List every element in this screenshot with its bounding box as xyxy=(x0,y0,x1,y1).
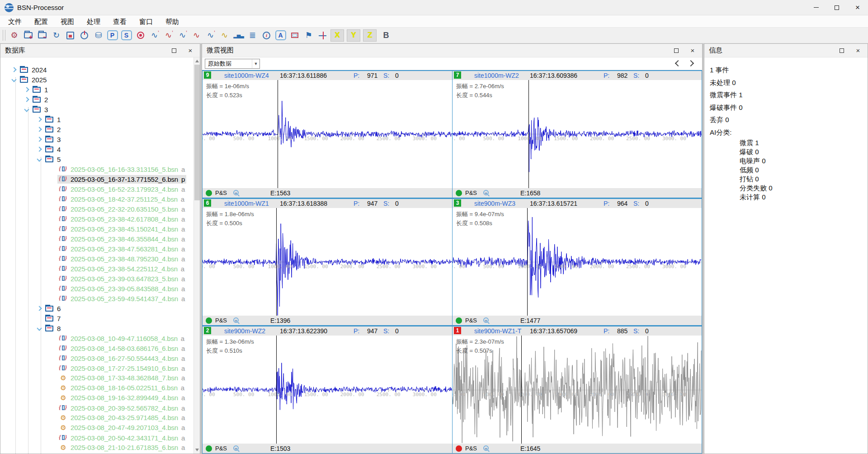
chevron-right-icon[interactable] xyxy=(36,305,42,312)
add-folder-icon[interactable] xyxy=(22,29,34,42)
tree-file-row[interactable]: 2025-03-05_23-38-54.225112_4.bsna xyxy=(0,264,193,274)
chevron-right-icon[interactable] xyxy=(10,66,17,73)
file-entry[interactable]: ⚙2025-03-08_21-10-21.671835_6.bsna xyxy=(57,443,186,452)
tree-file-row[interactable]: 2025-03-05_16-16-33.313156_5.bsna xyxy=(0,164,193,174)
zoom-in-icon[interactable]: + xyxy=(483,317,489,323)
annotate-icon[interactable]: A xyxy=(274,29,287,42)
refresh-icon[interactable]: ↻ xyxy=(50,29,62,42)
chevron-right-icon[interactable] xyxy=(23,96,29,103)
file-entry[interactable]: 2025-03-05_23-38-46.355844_4.bsna xyxy=(57,235,186,243)
chevron-down-icon[interactable] xyxy=(36,325,42,331)
database-scrollbar[interactable] xyxy=(193,57,200,454)
tree-file-row[interactable]: 2025-03-05_23-38-48.795230_4.bsna xyxy=(0,254,193,264)
file-entry[interactable]: 2025-03-05_23-59-49.541437_4.bsna xyxy=(57,294,186,303)
zoom-in-icon[interactable]: + xyxy=(233,445,239,451)
tree-file-row[interactable]: 2025-03-08_20-50-42.343171_4.bsna xyxy=(0,433,193,443)
region-icon[interactable] xyxy=(288,29,301,42)
tree-file-row[interactable]: 2025-03-05_23-38-46.355844_4.bsna xyxy=(0,234,193,244)
file-entry[interactable]: 2025-03-05_16-37-13.771552_6.bsnp xyxy=(57,175,186,184)
file-entry[interactable]: ⚙2025-03-08_17-33-48.362848_7.bsna xyxy=(57,374,186,383)
menu-item-4[interactable]: 查看 xyxy=(107,15,133,28)
zoom-in-icon[interactable]: + xyxy=(483,190,489,195)
tree-file-row[interactable]: 2025-03-08_20-39-52.565782_4.bsna xyxy=(0,403,193,413)
tree-folder-2025[interactable]: 2025 xyxy=(0,75,193,85)
file-entry[interactable]: ⚙2025-03-08_18-16-05.022511_6.bsna xyxy=(57,383,186,393)
file-entry[interactable]: 2025-03-05_23-38-54.225112_4.bsna xyxy=(57,265,186,273)
y-axis-toggle[interactable]: Y xyxy=(347,29,360,42)
s-pick-button[interactable]: S xyxy=(120,29,132,42)
ps-toggle-label[interactable]: P&S xyxy=(215,317,227,324)
edit-folder-icon[interactable] xyxy=(36,29,48,42)
settings-icon[interactable]: ⚙ xyxy=(8,29,20,42)
filter-icon[interactable]: ∿ xyxy=(218,29,231,42)
file-entry[interactable]: 2025-03-05_16-52-23.179923_4.bsna xyxy=(57,185,186,194)
tree-folder-3[interactable]: 3 xyxy=(0,134,193,144)
wave-view-close-button[interactable]: × xyxy=(688,46,698,56)
trace-plot[interactable]: 0. 00500. 001000. 001500. 002000. 002500… xyxy=(453,336,702,444)
zoom-in-icon[interactable]: + xyxy=(233,190,239,195)
file-entry[interactable]: 2025-03-08_14-58-03.686176_6.bsna xyxy=(57,344,186,353)
tree-file-row[interactable]: 2025-03-05_16-37-13.771552_6.bsnp xyxy=(0,174,193,184)
chevron-right-icon[interactable] xyxy=(23,86,29,93)
chevron-down-icon[interactable] xyxy=(23,106,29,113)
list-icon[interactable]: ≣ xyxy=(246,29,259,42)
file-entry[interactable]: 2025-03-05_23-38-47.563281_4.bsna xyxy=(57,245,186,253)
file-entry[interactable]: 2025-03-05_18-42-37.251125_4.bsna xyxy=(57,195,186,203)
toolbar-drag-handle[interactable] xyxy=(3,30,5,41)
ps-toggle-label[interactable]: P&S xyxy=(465,445,477,452)
file-entry[interactable]: 2025-03-05_22-32-20.635150_5.bsna xyxy=(57,205,186,213)
data-source-select[interactable]: 原始数据 ▼ xyxy=(205,59,260,69)
x-axis-toggle[interactable]: X xyxy=(330,29,344,42)
scrollbar-thumb[interactable] xyxy=(194,65,200,200)
menu-item-0[interactable]: 文件 xyxy=(2,15,28,28)
tree-folder-7[interactable]: 7 xyxy=(0,313,193,323)
tree-file-row[interactable]: 2025-03-08_14-58-03.686176_6.bsna xyxy=(0,343,193,353)
zoom-in-icon[interactable]: + xyxy=(233,317,239,323)
ps-toggle-label[interactable]: P&S xyxy=(215,189,227,196)
waveform-cell-site1000m-WZ2[interactable]: 7site1000m-WZ216:37:13.609386P:982S:00. … xyxy=(452,70,702,198)
menu-item-2[interactable]: 视图 xyxy=(54,15,80,28)
zoom-in-icon[interactable]: + xyxy=(483,445,489,451)
crosshair-icon[interactable] xyxy=(316,29,329,42)
chevron-right-icon[interactable] xyxy=(36,116,42,123)
ps-toggle-label[interactable]: P&S xyxy=(215,445,227,452)
file-entry[interactable]: 2025-03-08_20-50-42.343171_4.bsna xyxy=(57,434,186,442)
menu-item-3[interactable]: 处理 xyxy=(80,15,107,28)
file-entry[interactable]: 2025-03-05_23-39-05.843588_4.bsna xyxy=(57,284,186,293)
report-icon[interactable]: ⚑ xyxy=(302,29,315,42)
file-entry[interactable]: 2025-03-08_10-49-47.116058_4.bsna xyxy=(57,334,186,343)
info-icon[interactable]: i xyxy=(260,29,273,42)
tree-file-row[interactable]: ⚙2025-03-08_20-43-25.971485_4.bsna xyxy=(0,413,193,423)
waveform-cell-site900m-WZ2[interactable]: 2site900m-WZ216:37:13.622390P:947S:00. 0… xyxy=(202,326,452,454)
tree-folder-3[interactable]: 3 xyxy=(0,104,193,114)
waveform-cell-site1000m-WZ4[interactable]: 9site1000m-WZ416:37:13.611886P:971S:00. … xyxy=(202,70,452,198)
tree-folder-2[interactable]: 2 xyxy=(0,95,193,104)
tree-folder-8[interactable]: 8 xyxy=(0,323,193,333)
chevron-down-icon[interactable] xyxy=(36,156,42,162)
info-float-button[interactable] xyxy=(837,46,847,56)
tree-file-row[interactable]: 2025-03-05_23-39-05.843588_4.bsna xyxy=(0,284,193,293)
stop-icon[interactable] xyxy=(78,29,90,42)
close-button[interactable]: × xyxy=(847,0,868,15)
chevron-right-icon[interactable] xyxy=(36,126,42,132)
chevron-down-icon[interactable] xyxy=(10,76,17,83)
tree-file-row[interactable]: 2025-03-05_16-52-23.179923_4.bsna xyxy=(0,184,193,194)
p-wave-curve-icon[interactable]: ∿ xyxy=(148,29,160,42)
chevron-right-icon[interactable] xyxy=(36,136,42,142)
trace-plot[interactable]: 0. 00500. 001000. 001500. 002000. 002500… xyxy=(203,208,452,316)
tree-file-row[interactable]: ⚙2025-03-08_21-10-21.671835_6.bsna xyxy=(0,443,193,453)
waveform-cell-site900m-WZ1-T[interactable]: 1site900m-WZ1-T16:37:13.657069P:885S:00.… xyxy=(452,326,702,454)
z-axis-toggle[interactable]: Z xyxy=(363,29,377,42)
ps-toggle-label[interactable]: P&S xyxy=(465,317,477,324)
menu-item-1[interactable]: 配置 xyxy=(28,15,54,28)
menu-item-6[interactable]: 帮助 xyxy=(159,15,185,28)
file-entry[interactable]: 2025-03-05_23-39-03.647823_5.bsna xyxy=(57,274,186,283)
scroll-up-icon[interactable] xyxy=(194,57,200,65)
tree-file-row[interactable]: 2025-03-05_23-38-45.150241_4.bsna xyxy=(0,224,193,234)
tree-file-row[interactable]: 2025-03-05_23-59-49.541437_4.bsna xyxy=(0,293,193,303)
histogram-icon[interactable]: ▂▅▃ xyxy=(232,29,245,42)
scroll-down-icon[interactable] xyxy=(194,446,200,454)
tree-file-row[interactable]: 2025-03-05_22-32-20.635150_5.bsna xyxy=(0,204,193,214)
chevron-right-icon[interactable] xyxy=(36,146,42,152)
tree-folder-1[interactable]: 1 xyxy=(0,85,193,95)
